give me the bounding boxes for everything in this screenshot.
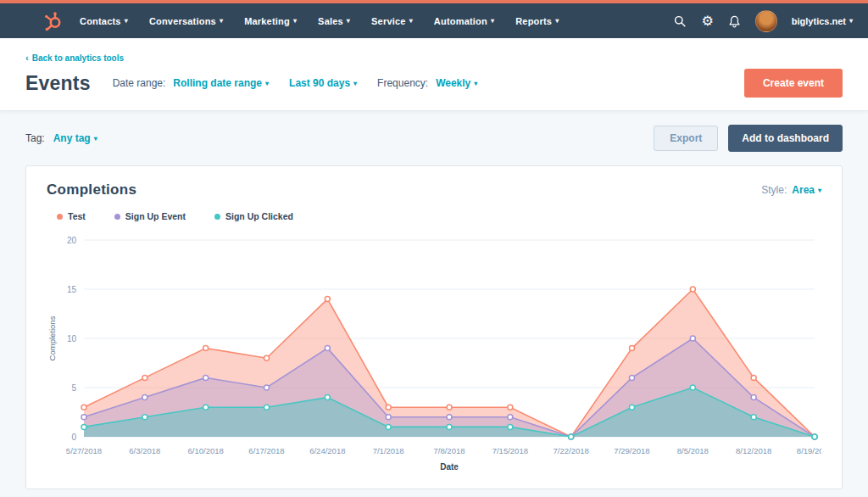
svg-text:6/24/2018: 6/24/2018 (309, 446, 345, 455)
svg-text:8/5/2018: 8/5/2018 (677, 446, 709, 455)
notifications-bell-icon[interactable] (728, 14, 741, 28)
nav-right-cluster: ⚙ biglytics.net ▾ (673, 10, 853, 32)
add-to-dashboard-button[interactable]: Add to dashboard (728, 125, 843, 152)
chevron-down-icon: ▾ (849, 17, 853, 25)
nav-item-label: Contacts (80, 16, 121, 26)
nav-item-contacts[interactable]: Contacts ▾ (80, 16, 128, 26)
completions-card: Completions Style: Area ▾ Test Sign Up E… (25, 165, 843, 489)
svg-text:7/15/2018: 7/15/2018 (492, 446, 528, 455)
card-header: Completions Style: Area ▾ (47, 181, 821, 198)
style-dropdown[interactable]: Area ▾ (792, 184, 821, 196)
legend-dot (214, 214, 220, 220)
back-link-label: Back to analytics tools (32, 53, 124, 63)
style-control: Style: Area ▾ (761, 184, 821, 196)
svg-text:7/1/2018: 7/1/2018 (373, 446, 404, 455)
date-period-dropdown[interactable]: Last 90 days ▾ (289, 77, 357, 89)
nav-item-reports[interactable]: Reports ▾ (515, 16, 559, 26)
tag-value: Any tag (53, 132, 91, 144)
date-range-value: Rolling date range (173, 77, 262, 89)
legend-item-test[interactable]: Test (57, 211, 86, 221)
completions-area-chart: 051015205/27/20186/3/20186/10/20186/17/2… (47, 226, 821, 474)
tag-dropdown[interactable]: Any tag ▾ (53, 132, 97, 144)
back-chevron-icon: ‹ (25, 53, 29, 63)
svg-text:5/27/2018: 5/27/2018 (66, 446, 102, 455)
chevron-down-icon: ▾ (353, 80, 357, 87)
chart-legend: Test Sign Up Event Sign Up Clicked (57, 211, 821, 221)
legend-label: Sign Up Event (125, 211, 186, 221)
top-nav: Contacts ▾ Conversations ▾ Marketing ▾ S… (0, 3, 868, 38)
nav-item-marketing[interactable]: Marketing ▾ (244, 16, 297, 26)
chart-area: 051015205/27/20186/3/20186/10/20186/17/2… (47, 226, 821, 477)
legend-dot (57, 214, 63, 220)
nav-item-label: Marketing (244, 16, 290, 26)
user-avatar[interactable] (755, 10, 777, 32)
svg-text:0: 0 (71, 433, 76, 442)
back-to-analytics-link[interactable]: ‹ Back to analytics tools (25, 53, 124, 63)
chevron-down-icon: ▾ (265, 80, 269, 87)
svg-text:Completions: Completions (47, 316, 57, 360)
page-title: Events (25, 72, 91, 95)
svg-text:6/3/2018: 6/3/2018 (129, 446, 160, 455)
chevron-down-icon: ▾ (347, 17, 350, 25)
export-button[interactable]: Export (654, 126, 718, 151)
nav-item-label: Sales (318, 16, 343, 26)
nav-item-service[interactable]: Service ▾ (371, 16, 413, 26)
svg-text:7/22/2018: 7/22/2018 (554, 446, 589, 455)
chevron-down-icon: ▾ (409, 17, 413, 25)
nav-item-automation[interactable]: Automation ▾ (434, 16, 494, 26)
svg-text:7/29/2018: 7/29/2018 (614, 446, 649, 455)
svg-text:Date: Date (440, 462, 459, 472)
settings-gear-icon[interactable]: ⚙ (701, 14, 713, 28)
chevron-down-icon: ▾ (555, 17, 559, 25)
main-section: Tag: Any tag ▾ Export Add to dashboard C… (0, 111, 868, 489)
account-name: biglytics.net (792, 16, 846, 26)
date-range-dropdown[interactable]: Rolling date range ▾ (173, 77, 269, 89)
search-icon[interactable] (673, 14, 687, 28)
svg-text:20: 20 (67, 236, 77, 245)
chevron-down-icon: ▾ (474, 80, 477, 87)
chevron-down-icon: ▾ (491, 17, 494, 25)
chevron-down-icon: ▾ (220, 17, 223, 25)
chevron-down-icon: ▾ (94, 135, 97, 142)
chevron-down-icon: ▾ (293, 17, 297, 25)
svg-text:6/10/2018: 6/10/2018 (188, 446, 224, 455)
svg-text:7/8/2018: 7/8/2018 (434, 446, 465, 455)
frequency-label: Frequency: (377, 77, 428, 89)
hubspot-logo-icon[interactable] (42, 11, 63, 31)
create-event-button[interactable]: Create event (744, 69, 843, 98)
svg-text:15: 15 (67, 285, 77, 294)
legend-dot (114, 214, 120, 220)
nav-item-label: Service (371, 16, 406, 26)
svg-text:6/17/2018: 6/17/2018 (248, 446, 284, 455)
svg-text:8/19/2018: 8/19/2018 (797, 446, 821, 455)
svg-text:10: 10 (67, 334, 77, 343)
svg-text:5: 5 (71, 383, 76, 393)
legend-item-sign-up-event[interactable]: Sign Up Event (114, 211, 186, 221)
nav-item-label: Conversations (149, 16, 216, 26)
nav-item-sales[interactable]: Sales ▾ (318, 16, 350, 26)
tag-label: Tag: (25, 132, 45, 144)
title-row: Events Date range: Rolling date range ▾ … (25, 69, 843, 98)
page-header: ‹ Back to analytics tools Events Date ra… (0, 38, 868, 111)
frequency-dropdown[interactable]: Weekly ▾ (436, 77, 477, 89)
nav-item-conversations[interactable]: Conversations ▾ (149, 16, 223, 26)
chevron-down-icon: ▾ (818, 187, 821, 194)
tag-toolbar: Tag: Any tag ▾ Export Add to dashboard (25, 125, 843, 152)
style-value: Area (792, 184, 815, 196)
nav-item-label: Automation (434, 16, 487, 26)
chart-title: Completions (47, 181, 136, 198)
date-range-label: Date range: (113, 77, 166, 89)
frequency-value: Weekly (436, 77, 470, 89)
chevron-down-icon: ▾ (125, 17, 128, 25)
legend-label: Test (68, 211, 86, 221)
style-label: Style: (761, 184, 787, 196)
account-menu[interactable]: biglytics.net ▾ (792, 16, 853, 26)
svg-text:8/12/2018: 8/12/2018 (736, 446, 771, 455)
legend-label: Sign Up Clicked (225, 211, 293, 221)
legend-item-sign-up-clicked[interactable]: Sign Up Clicked (214, 211, 293, 221)
nav-item-label: Reports (515, 16, 552, 26)
date-period-value: Last 90 days (289, 77, 350, 89)
